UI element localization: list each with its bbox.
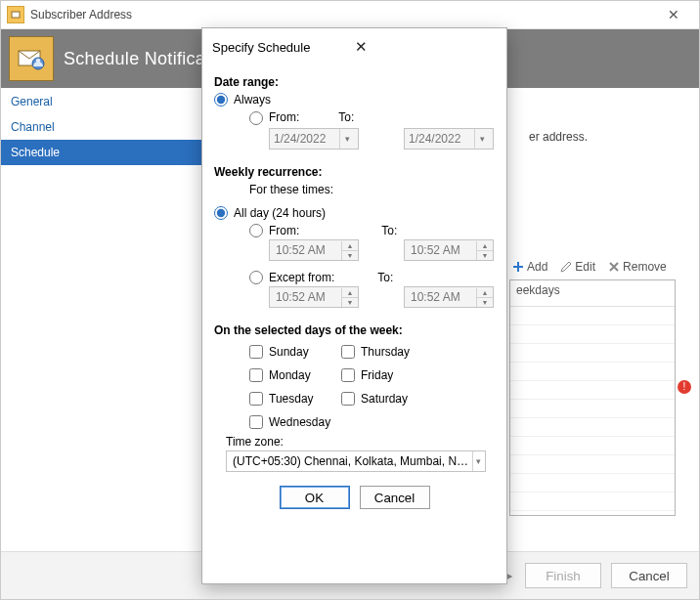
schedule-toolbar: Add Edit Remove (509, 258, 669, 276)
plus-icon (511, 260, 525, 274)
time-from-label: From: (269, 224, 299, 237)
sunday-checkbox[interactable] (249, 345, 263, 359)
pencil-icon (559, 260, 573, 274)
except-label: Except from: (269, 271, 334, 284)
from-label: From: (269, 110, 299, 124)
sidebar-item-schedule[interactable]: Schedule (1, 140, 206, 165)
except-to-label: To: (377, 271, 393, 284)
hint-text-fragment: er address. (529, 130, 588, 144)
table-row[interactable] (510, 307, 675, 325)
timezone-label: Time zone: (226, 435, 495, 449)
thursday-checkbox[interactable] (341, 345, 355, 359)
schedule-grid[interactable]: eekdays (509, 279, 676, 516)
date-to-picker[interactable]: 1/24/2022 ▾ (404, 128, 494, 150)
finish-button[interactable]: Finish (525, 563, 601, 588)
time-to-spinner[interactable]: 10:52 AM ▲▼ (404, 239, 494, 261)
spin-down-icon: ▼ (342, 298, 358, 307)
remove-button[interactable]: Remove (605, 258, 669, 276)
parent-window: Subscriber Address ✕ Schedule Notificati… (0, 0, 700, 600)
always-label: Always (234, 93, 271, 107)
spin-up-icon: ▲ (342, 288, 358, 298)
spin-down-icon: ▼ (342, 251, 358, 260)
table-row[interactable] (510, 381, 675, 400)
close-button[interactable]: ✕ (654, 1, 693, 28)
days-grid: Sunday Thursday Monday Friday Tuesday Sa… (249, 345, 495, 429)
chevron-down-icon[interactable]: ▾ (474, 129, 489, 149)
envelope-icon (9, 36, 54, 81)
cancel-button[interactable]: Cancel (611, 563, 687, 588)
table-row[interactable] (510, 400, 675, 418)
table-row[interactable] (510, 493, 675, 511)
table-row[interactable] (510, 344, 675, 363)
sidebar: General Channel Schedule (1, 89, 206, 165)
chevron-down-icon[interactable]: ▾ (472, 451, 485, 471)
spin-up-icon: ▲ (477, 288, 493, 298)
svg-rect-0 (12, 12, 20, 18)
always-radio[interactable] (214, 93, 228, 107)
weekly-heading: Weekly recurrence: (214, 165, 495, 179)
friday-checkbox[interactable] (341, 368, 355, 382)
spin-up-icon: ▲ (342, 241, 358, 251)
wizard-title: Schedule Notificati (64, 49, 215, 69)
spin-down-icon: ▼ (477, 251, 493, 260)
dialog-title: Specify Schedule (212, 40, 351, 55)
edit-button[interactable]: Edit (557, 258, 597, 276)
allday-label: All day (24 hours) (234, 206, 326, 220)
sidebar-item-channel[interactable]: Channel (1, 114, 206, 140)
dialog-close-button[interactable]: ✕ (351, 38, 498, 56)
table-row[interactable] (510, 325, 675, 344)
table-row[interactable] (510, 474, 675, 493)
wednesday-checkbox[interactable] (249, 415, 263, 429)
chevron-down-icon[interactable]: ▾ (339, 129, 354, 149)
except-from-spinner[interactable]: 10:52 AM ▲▼ (269, 286, 359, 308)
table-row[interactable] (510, 418, 675, 437)
window-title: Subscriber Address (30, 8, 654, 21)
date-from-picker[interactable]: 1/24/2022 ▾ (269, 128, 359, 150)
except-to-spinner[interactable]: 10:52 AM ▲▼ (404, 286, 494, 308)
ok-button[interactable]: OK (280, 486, 350, 509)
table-row[interactable] (510, 437, 675, 455)
monday-checkbox[interactable] (249, 368, 263, 382)
dialog-footer: OK Cancel (214, 486, 495, 509)
table-row[interactable] (510, 363, 675, 381)
sidebar-item-general[interactable]: General (1, 89, 206, 114)
app-icon (7, 6, 24, 23)
timezone-select[interactable]: (UTC+05:30) Chennai, Kolkata, Mumbai, Ne… (226, 450, 486, 472)
except-radio[interactable] (249, 271, 263, 284)
weekly-sub: For these times: (249, 183, 495, 196)
date-range-heading: Date range: (214, 75, 495, 89)
time-from-spinner[interactable]: 10:52 AM ▲▼ (269, 239, 359, 261)
allday-radio[interactable] (214, 206, 228, 220)
time-from-radio[interactable] (249, 224, 263, 237)
title-bar: Subscriber Address ✕ (1, 1, 699, 29)
days-heading: On the selected days of the week: (214, 323, 495, 337)
saturday-checkbox[interactable] (341, 392, 355, 406)
spin-up-icon: ▲ (477, 241, 493, 251)
dialog-cancel-button[interactable]: Cancel (360, 486, 430, 509)
x-icon (607, 260, 621, 274)
dialog-title-bar: Specify Schedule ✕ (202, 28, 506, 62)
table-row[interactable] (510, 455, 675, 474)
error-indicator-icon[interactable]: ! (678, 380, 691, 394)
specify-schedule-dialog: Specify Schedule ✕ Date range: Always Fr… (201, 27, 507, 584)
spin-down-icon: ▼ (477, 298, 493, 307)
daterange-from-radio[interactable] (249, 111, 263, 125)
tuesday-checkbox[interactable] (249, 392, 263, 406)
add-button[interactable]: Add (509, 258, 549, 276)
to-label: To: (338, 110, 354, 124)
time-to-label: To: (381, 224, 397, 237)
grid-header-fragment: eekdays (510, 280, 675, 307)
